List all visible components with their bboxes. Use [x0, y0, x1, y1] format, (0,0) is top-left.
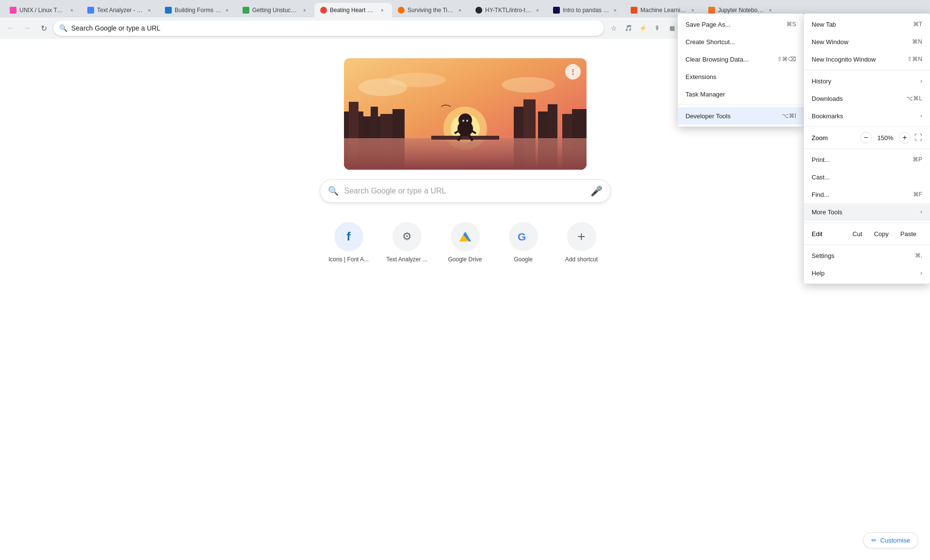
menu-item-history[interactable]: History›	[804, 72, 930, 90]
tab-label-ml: Machine Learning...	[640, 7, 687, 14]
tab-close-titan[interactable]: ×	[456, 6, 464, 14]
zoom-in-button[interactable]: +	[899, 132, 911, 144]
shortcut-addshortcut[interactable]: +Add shortcut	[557, 222, 606, 263]
menu-item-label-find: Find...	[812, 191, 905, 198]
tab-label-jupyter: Jupyter Notebook...	[718, 7, 765, 14]
menu-item-arrow-history: ›	[920, 78, 922, 84]
menu-item-bookmarks[interactable]: Bookmarks›	[804, 107, 930, 125]
sub-menu-item-create-shortcut[interactable]: Create Shortcut...	[678, 33, 804, 50]
extension-icon-4[interactable]: ▦	[665, 21, 679, 35]
tab-forms[interactable]: Building Forms - L...×	[159, 3, 237, 17]
sub-menu-item-label-developer-tools: Developer Tools	[685, 112, 774, 120]
shortcut-label-googledrive: Google Drive	[448, 256, 482, 263]
tab-label-forms: Building Forms - L...	[175, 7, 221, 14]
tab-close-unix[interactable]: ×	[68, 6, 76, 14]
menu-item-arrow-help: ›	[920, 270, 922, 276]
search-icon: 🔍	[328, 186, 339, 196]
tab-hy[interactable]: HY-TKTL/intro-to-...×	[470, 3, 547, 17]
menu-item-settings[interactable]: Settings⌘,	[804, 247, 930, 264]
tab-unstuck[interactable]: Getting Unstuck I...×	[237, 3, 314, 17]
address-bar[interactable]: 🔍 Search Google or type a URL	[53, 20, 604, 36]
menu-item-label-bookmarks: Bookmarks	[812, 112, 918, 120]
svg-point-23	[458, 113, 472, 127]
doodle-image: ⋮	[344, 58, 587, 170]
tab-heart[interactable]: Beating Heart w/...×	[314, 3, 392, 17]
tab-close-hy[interactable]: ×	[534, 6, 541, 14]
tab-favicon-unix	[10, 7, 16, 14]
menu-item-new-window[interactable]: New Window⌘N	[804, 33, 930, 50]
menu-item-help[interactable]: Help›	[804, 264, 930, 282]
forward-button[interactable]: →	[20, 21, 34, 35]
tab-pandas[interactable]: Intro to pandas da...×	[547, 3, 625, 17]
edit-row: EditCutCopyPaste	[804, 225, 930, 242]
menu-item-shortcut-settings: ⌘,	[915, 252, 922, 259]
svg-text:G: G	[518, 231, 526, 243]
zoom-label: Zoom	[812, 134, 860, 142]
tab-favicon-text	[87, 7, 94, 14]
mic-icon[interactable]: 🎤	[590, 185, 603, 197]
tab-close-pandas[interactable]: ×	[611, 6, 619, 14]
tab-close-forms[interactable]: ×	[223, 6, 231, 14]
sub-menu-divider	[678, 105, 804, 105]
extension-icon-1[interactable]: 🎵	[621, 21, 635, 35]
shortcut-fontawesome[interactable]: fIcons | Font A...	[325, 222, 373, 263]
customise-button[interactable]: ✏ Customise	[863, 532, 918, 548]
menu-item-shortcut-find: ⌘F	[913, 191, 922, 198]
doodle-share-button[interactable]: ⋮	[565, 64, 581, 80]
sub-menu-item-developer-tools[interactable]: Developer Tools⌥⌘I	[678, 107, 804, 125]
extension-icon-3[interactable]: 🎙	[651, 21, 664, 35]
tab-label-heart: Beating Heart w/...	[330, 7, 376, 14]
edit-copy-button[interactable]: Copy	[868, 228, 894, 240]
sub-menu-item-extensions[interactable]: Extensions	[678, 68, 804, 85]
sub-menu-item-label-extensions: Extensions	[685, 73, 796, 80]
shortcut-googledrive[interactable]: Google Drive	[441, 222, 489, 263]
tab-close-ml[interactable]: ×	[689, 6, 697, 14]
menu-item-label-more-tools: More Tools	[812, 208, 918, 216]
menu-item-downloads[interactable]: Downloads⌥⌘L	[804, 90, 930, 107]
menu-item-arrow-bookmarks: ›	[920, 112, 922, 119]
shortcut-textanalyzer[interactable]: ⚙Text Analyzer ...	[383, 222, 431, 263]
menu-divider	[804, 223, 930, 223]
sub-menu-item-save-page[interactable]: Save Page As...⌘S	[678, 16, 804, 33]
menu-item-cast[interactable]: Cast...	[804, 168, 930, 186]
back-button[interactable]: ←	[4, 21, 17, 35]
menu-item-find[interactable]: Find...⌘F	[804, 186, 930, 203]
zoom-out-button[interactable]: −	[860, 132, 872, 144]
edit-cut-button[interactable]: Cut	[847, 228, 868, 240]
tab-titan[interactable]: Surviving the Tita...×	[392, 3, 470, 17]
tab-close-jupyter[interactable]: ×	[767, 6, 774, 14]
sub-context-menu: Save Page As...⌘SCreate Shortcut...Clear…	[678, 14, 804, 127]
shortcut-icon-google: G	[509, 222, 538, 251]
svg-point-25	[466, 115, 471, 120]
edit-label: Edit	[812, 230, 847, 238]
sub-menu-item-task-manager[interactable]: Task Manager	[678, 85, 804, 103]
tab-close-text[interactable]: ×	[146, 6, 153, 14]
sub-menu-item-clear-browsing[interactable]: Clear Browsing Data...⇧⌘⌫	[678, 50, 804, 68]
extension-icon-2[interactable]: ⚡	[636, 21, 650, 35]
tab-favicon-forms	[165, 7, 172, 14]
menu-item-print[interactable]: Print...⌘P	[804, 151, 930, 168]
reload-button[interactable]: ↻	[37, 21, 50, 35]
tab-text[interactable]: Text Analyzer - Te...×	[82, 3, 159, 17]
search-bar[interactable]: 🔍 🎤	[320, 179, 611, 203]
share-icon: ⋮	[570, 68, 576, 76]
menu-item-new-incognito[interactable]: New Incognito Window⇧⌘N	[804, 50, 930, 68]
sub-menu-item-label-task-manager: Task Manager	[685, 91, 796, 98]
menu-item-more-tools[interactable]: More Tools›	[804, 203, 930, 221]
menu-item-shortcut-downloads: ⌥⌘L	[906, 95, 922, 102]
menu-item-new-tab[interactable]: New Tab⌘T	[804, 16, 930, 33]
tab-close-heart[interactable]: ×	[378, 6, 386, 14]
tab-unix[interactable]: UNIX / Linux Tutor...×	[4, 3, 82, 17]
shortcut-google[interactable]: GGoogle	[499, 222, 548, 263]
edit-paste-button[interactable]: Paste	[895, 228, 922, 240]
svg-rect-21	[431, 136, 499, 140]
menu-item-label-new-incognito: New Incognito Window	[812, 56, 899, 63]
tab-close-unstuck[interactable]: ×	[301, 6, 309, 14]
bookmark-star-icon[interactable]: ☆	[607, 21, 620, 35]
address-bar-text: Search Google or type a URL	[71, 24, 598, 32]
zoom-expand-icon[interactable]: ⛶	[914, 133, 922, 142]
tab-favicon-ml	[631, 7, 637, 14]
search-input[interactable]	[344, 187, 585, 195]
svg-point-4	[388, 73, 446, 87]
menu-divider	[804, 70, 930, 70]
